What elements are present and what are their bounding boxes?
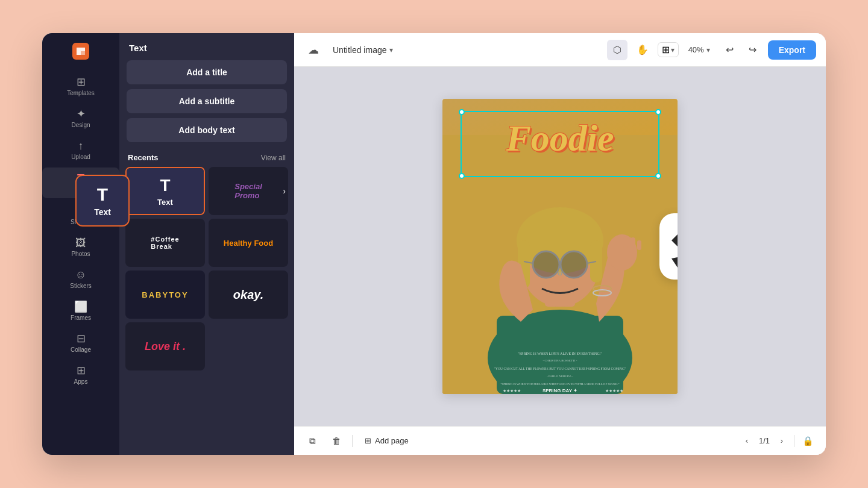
tooltip-bubble: T Text xyxy=(75,175,130,227)
sidebar-item-upload[interactable]: ↑ Upload xyxy=(42,136,119,165)
app-window: ⊞ Templates ✦ Design ↑ Upload T Text ◯ S… xyxy=(42,33,826,455)
photos-icon: 🖼 xyxy=(75,237,86,248)
cloud-save-button[interactable]: ☁ xyxy=(304,40,323,60)
next-arrow-icon: › xyxy=(283,186,286,196)
add-subtitle-button[interactable]: Add a subtitle xyxy=(127,89,287,113)
sidebar-item-templates[interactable]: ⊞ Templates xyxy=(42,72,119,101)
collage-icon: ⊟ xyxy=(77,333,86,344)
design-icon: ✦ xyxy=(77,108,86,119)
page-indicator: 1/1 xyxy=(759,436,770,445)
text-panel: Text Add a title Add a subtitle Add body… xyxy=(119,33,294,455)
add-page-button[interactable]: ⊞ Add page xyxy=(360,434,414,448)
frames-icon: ⬜ xyxy=(74,301,87,312)
panel-header: Text xyxy=(119,33,294,58)
recent-item-special-promo[interactable]: SpecialPromo › xyxy=(209,167,288,215)
text-t-icon: T xyxy=(160,176,170,195)
svg-text:"SPRING IS WHEN LIFE'S ALIVE I: "SPRING IS WHEN LIFE'S ALIVE IN EVERYTHI… xyxy=(518,352,602,355)
templates-icon: ⊞ xyxy=(77,77,86,87)
prev-page-button[interactable]: ‹ xyxy=(740,434,754,448)
lock-icon[interactable]: 🔒 xyxy=(799,433,816,449)
sidebar: ⊞ Templates ✦ Design ↑ Upload T Text ◯ S… xyxy=(42,33,119,455)
delete-icon[interactable]: 🗑 xyxy=(328,433,345,449)
recent-item-text[interactable]: T Text xyxy=(125,167,205,215)
add-title-button[interactable]: Add a title xyxy=(127,60,287,84)
canvas-image: Foodie xyxy=(442,99,678,394)
app-logo[interactable] xyxy=(70,40,92,62)
sidebar-label-frames: Frames xyxy=(71,314,91,321)
recent-item-loveit[interactable]: Love it . xyxy=(125,322,205,371)
sidebar-label-templates: Templates xyxy=(67,90,95,96)
svg-text:"SPRING IS WHEN YOU FEEL LIKE : "SPRING IS WHEN YOU FEEL LIKE WHISTLING … xyxy=(500,383,619,386)
recent-item-healthy-food[interactable]: Healthy Food xyxy=(209,219,288,267)
svg-rect-18 xyxy=(631,237,635,248)
svg-rect-17 xyxy=(623,236,628,248)
project-chevron-icon: ▾ xyxy=(389,46,393,54)
layout-icon: ⊞ xyxy=(662,44,670,55)
recents-title: Recents xyxy=(128,153,159,162)
stickers-icon: ☺ xyxy=(75,269,86,280)
add-body-button[interactable]: Add body text xyxy=(127,118,287,142)
sidebar-label-collage: Collage xyxy=(71,346,91,353)
pan-tool-button[interactable]: ✋ xyxy=(632,40,653,60)
add-page-icon: ⊞ xyxy=(365,436,371,445)
bottom-right: ‹ 1/1 › 🔒 xyxy=(740,433,816,449)
layout-options[interactable]: ⊞ ▾ xyxy=(658,42,679,57)
capcut-logo-overlay xyxy=(659,213,678,280)
model-svg: "SPRING IS WHEN LIFE'S ALIVE IN EVERYTHI… xyxy=(442,135,678,394)
capcut-logo-svg xyxy=(671,225,678,267)
project-name-button[interactable]: Untitled image ▾ xyxy=(328,43,398,57)
view-all-link[interactable]: View all xyxy=(261,154,286,162)
special-promo-label: SpecialPromo xyxy=(234,182,262,200)
sidebar-label-design: Design xyxy=(71,122,90,128)
sidebar-label-apps: Apps xyxy=(74,378,88,385)
recent-item-babytoy[interactable]: BABYTOY xyxy=(125,271,205,319)
handle-top-right[interactable] xyxy=(655,109,661,115)
toolbar-center: ⬡ ✋ ⊞ ▾ 40% ▾ xyxy=(607,40,715,60)
babytoy-label: BABYTOY xyxy=(142,290,188,299)
bottom-left: ⧉ 🗑 ⊞ Add page xyxy=(304,433,414,449)
export-button[interactable]: Export xyxy=(768,40,816,60)
svg-text:★★★★★: ★★★★★ xyxy=(605,389,623,393)
sidebar-item-design[interactable]: ✦ Design xyxy=(42,104,119,133)
next-page-button[interactable]: › xyxy=(775,434,789,448)
model-area: "SPRING IS WHEN LIFE'S ALIVE IN EVERYTHI… xyxy=(442,135,678,394)
toolbar-left: ☁ Untitled image ▾ xyxy=(304,40,602,60)
sidebar-item-photos[interactable]: 🖼 Photos xyxy=(42,233,119,262)
zoom-level: 40% xyxy=(688,45,704,54)
canvas-area[interactable]: Foodie xyxy=(294,67,826,426)
loveit-label: Love it . xyxy=(145,340,186,353)
select-tool-button[interactable]: ⬡ xyxy=(607,40,627,60)
handle-top-left[interactable] xyxy=(459,109,465,115)
svg-text:SPRING DAY ✦: SPRING DAY ✦ xyxy=(542,388,577,393)
copy-icon[interactable]: ⧉ xyxy=(304,433,321,449)
sidebar-item-stickers[interactable]: ☺ Stickers xyxy=(42,264,119,294)
bottom-bar: ⧉ 🗑 ⊞ Add page ‹ 1/1 › 🔒 xyxy=(294,426,826,455)
sidebar-item-collage[interactable]: ⊟ Collage xyxy=(42,328,119,358)
healthy-food-label: Healthy Food xyxy=(224,239,273,248)
main-area: ☁ Untitled image ▾ ⬡ ✋ ⊞ ▾ 40% ▾ xyxy=(294,33,826,455)
foodie-title-text: Foodie xyxy=(506,117,614,160)
page-navigation: ‹ 1/1 › xyxy=(740,434,789,448)
tooltip-t-icon: T xyxy=(97,184,108,205)
divider-right xyxy=(794,435,794,447)
recent-item-coffee-break[interactable]: #CoffeeBreak xyxy=(125,219,205,267)
svg-text:- PABLO NERUDA -: - PABLO NERUDA - xyxy=(547,375,573,378)
redo-button[interactable]: ↪ xyxy=(743,40,763,60)
tooltip-inner: T Text xyxy=(75,175,130,227)
zoom-chevron-icon: ▾ xyxy=(706,46,710,54)
sidebar-item-apps[interactable]: ⊞ Apps xyxy=(42,360,119,390)
zoom-button[interactable]: 40% ▾ xyxy=(684,43,715,57)
toolbar-right: ↩ ↪ Export xyxy=(720,40,816,60)
divider xyxy=(352,435,353,447)
sidebar-item-frames[interactable]: ⬜ Frames xyxy=(42,296,119,326)
svg-rect-19 xyxy=(637,240,641,250)
svg-point-15 xyxy=(558,272,562,275)
svg-point-10 xyxy=(533,251,559,278)
project-title: Untitled image xyxy=(333,45,387,55)
coffee-break-label: #CoffeeBreak xyxy=(151,236,179,250)
okay-label: okay. xyxy=(233,288,263,302)
text-basic-box: T Text xyxy=(127,168,204,214)
recents-header: Recents View all xyxy=(119,145,294,167)
recent-item-okay[interactable]: okay. xyxy=(209,271,288,319)
undo-button[interactable]: ↩ xyxy=(720,40,740,60)
